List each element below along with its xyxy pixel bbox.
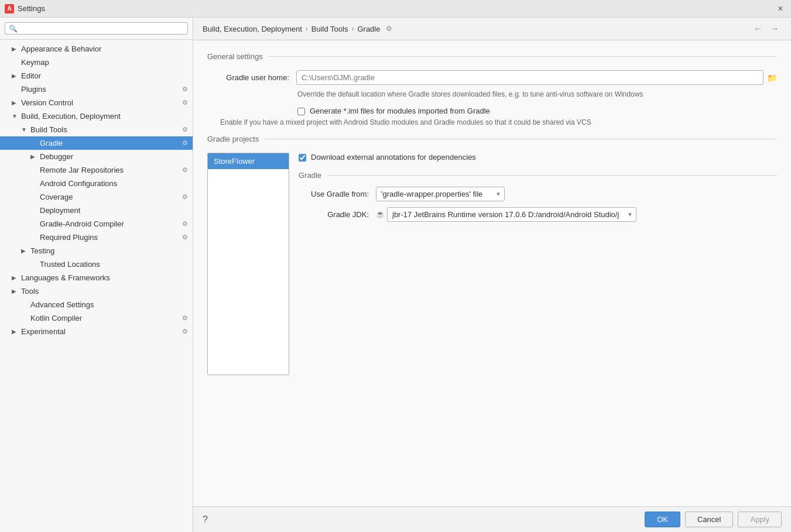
sidebar-item-appearance[interactable]: ▶ Appearance & Behavior — [0, 42, 193, 56]
main-container: 🔍 ▶ Appearance & Behavior Keymap ▶ Edito… — [0, 18, 791, 532]
project-list: StoreFlower — [207, 153, 289, 375]
sidebar-item-testing[interactable]: ▶ Testing — [0, 244, 193, 258]
settings-icon: ⚙ — [182, 166, 188, 174]
sidebar-item-plugins[interactable]: Plugins ⚙ — [0, 83, 193, 96]
action-buttons: OK Cancel Apply — [645, 512, 782, 527]
gradle-user-home-input[interactable] — [296, 70, 763, 85]
sidebar-item-label: Android Configurations — [40, 179, 188, 188]
ok-button[interactable]: OK — [645, 512, 680, 527]
sidebar-item-label: Gradle-Android Compiler — [40, 219, 180, 228]
sidebar-item-deployment[interactable]: Deployment — [0, 204, 193, 217]
use-gradle-from-wrapper: 'gradle-wrapper.properties' file Specifi… — [376, 187, 505, 201]
sidebar-item-keymap[interactable]: Keymap — [0, 56, 193, 69]
sidebar-item-coverage[interactable]: Coverage ⚙ — [0, 190, 193, 204]
arrow-icon: ▶ — [21, 248, 30, 254]
sidebar-item-gradle[interactable]: Gradle ⚙ — [0, 136, 193, 150]
settings-icon: ⚙ — [182, 139, 188, 147]
sidebar-item-label: Plugins — [21, 85, 180, 94]
sidebar-item-build-tools[interactable]: ▼ Build Tools ⚙ — [0, 123, 193, 136]
sidebar-item-label: Languages & Frameworks — [21, 273, 188, 282]
breadcrumb: Build, Execution, Deployment › Build Too… — [193, 18, 791, 40]
sidebar-item-label: Build, Execution, Deployment — [21, 112, 188, 121]
arrow-icon: ▼ — [21, 126, 30, 133]
sidebar-item-android-config[interactable]: Android Configurations — [0, 177, 193, 190]
breadcrumb-item-2: Build Tools — [311, 25, 348, 33]
gradle-project-settings: Download external annotations for depend… — [299, 153, 777, 375]
apply-button[interactable]: Apply — [738, 512, 782, 527]
use-gradle-from-select[interactable]: 'gradle-wrapper.properties' file Specifi… — [376, 187, 505, 201]
sidebar-item-label: Debugger — [40, 152, 188, 161]
gradle-subsection-header: Gradle — [299, 171, 777, 180]
settings-icon: ⚙ — [182, 85, 188, 93]
sidebar-item-label: Build Tools — [30, 125, 180, 134]
download-annotations-checkbox[interactable] — [299, 154, 306, 162]
use-gradle-from-row: Use Gradle from: 'gradle-wrapper.propert… — [299, 187, 777, 201]
gradle-projects-header: Gradle projects — [207, 135, 777, 143]
gradle-user-home-help: Override the default location where Grad… — [297, 90, 777, 99]
nav-forward-button[interactable]: → — [768, 23, 782, 34]
sidebar-item-label: Gradle — [40, 139, 180, 147]
settings-icon: ⚙ — [182, 126, 188, 133]
settings-panel: General settings Gradle user home: 📁 Ove… — [193, 40, 791, 506]
settings-icon: ⚙ — [182, 314, 188, 322]
download-annotations-row: Download external annotations for depend… — [299, 153, 777, 162]
sidebar-item-editor[interactable]: ▶ Editor — [0, 69, 193, 83]
generate-iml-row: Generate *.iml files for modules importe… — [297, 107, 777, 115]
arrow-icon: ▶ — [12, 73, 21, 79]
sidebar-item-tools[interactable]: ▶ Tools — [0, 284, 193, 298]
bottom-bar: ? OK Cancel Apply — [193, 506, 791, 532]
sidebar-item-kotlin[interactable]: Kotlin Compiler ⚙ — [0, 311, 193, 325]
help-button[interactable]: ? — [203, 514, 208, 525]
title-bar-left: A Settings — [5, 4, 45, 13]
sidebar-item-advanced[interactable]: Advanced Settings — [0, 298, 193, 311]
generate-iml-label: Generate *.iml files for modules importe… — [310, 107, 490, 115]
sidebar-item-label: Kotlin Compiler — [30, 314, 180, 322]
project-item-storeflower[interactable]: StoreFlower — [208, 153, 289, 169]
sidebar-item-gradle-android[interactable]: Gradle-Android Compiler ⚙ — [0, 217, 193, 231]
sidebar: 🔍 ▶ Appearance & Behavior Keymap ▶ Edito… — [0, 18, 193, 532]
sidebar-item-label: Testing — [30, 246, 188, 255]
arrow-icon: ▶ — [30, 153, 40, 160]
sidebar-item-version-control[interactable]: ▶ Version Control ⚙ — [0, 96, 193, 109]
folder-browse-button[interactable]: 📁 — [767, 73, 777, 83]
search-input[interactable] — [20, 24, 184, 33]
arrow-icon: ▶ — [12, 288, 21, 294]
settings-icon: ⚙ — [182, 220, 188, 228]
sidebar-item-label: Version Control — [21, 98, 180, 107]
sidebar-item-trusted-locations[interactable]: Trusted Locations — [0, 258, 193, 271]
gradle-jdk-row: Gradle JDK: ☕ jbr-17 JetBrains Runtime v… — [299, 207, 777, 222]
breadcrumb-nav: ← → — [751, 23, 782, 34]
breadcrumb-sep-2: › — [351, 25, 354, 33]
sidebar-item-experimental[interactable]: ▶ Experimental ⚙ — [0, 325, 193, 338]
gradle-user-home-label: Gradle user home: — [207, 73, 289, 82]
sidebar-item-label: Experimental — [21, 327, 180, 336]
gradle-jdk-wrapper: ☕ jbr-17 JetBrains Runtime version 17.0.… — [376, 207, 636, 222]
gradle-user-home-row: Gradle user home: 📁 — [207, 70, 777, 85]
cancel-button[interactable]: Cancel — [685, 512, 733, 527]
sidebar-item-label: Trusted Locations — [40, 260, 188, 269]
content-area: Build, Execution, Deployment › Build Too… — [193, 18, 791, 532]
sidebar-item-required-plugins[interactable]: Required Plugins ⚙ — [0, 231, 193, 244]
sidebar-item-remote-jar[interactable]: Remote Jar Repositories ⚙ — [0, 163, 193, 177]
gradle-jdk-select[interactable]: jbr-17 JetBrains Runtime version 17.0.6 … — [387, 207, 636, 222]
generate-iml-help: Enable if you have a mixed project with … — [220, 118, 777, 128]
title-bar: A Settings × — [0, 0, 791, 18]
nav-back-button[interactable]: ← — [751, 23, 765, 34]
close-button[interactable]: × — [775, 3, 786, 15]
arrow-icon: ▼ — [12, 113, 21, 119]
breadcrumb-item-3: Gradle — [357, 25, 380, 33]
sidebar-item-label: Required Plugins — [40, 233, 180, 242]
sidebar-item-build-execution[interactable]: ▼ Build, Execution, Deployment — [0, 109, 193, 123]
generate-iml-checkbox[interactable] — [297, 108, 305, 115]
search-icon: 🔍 — [9, 25, 18, 33]
settings-icon: ⚙ — [182, 99, 188, 107]
arrow-icon: ▶ — [12, 274, 21, 281]
sidebar-item-debugger[interactable]: ▶ Debugger — [0, 150, 193, 163]
arrow-icon: ▶ — [12, 99, 21, 106]
gradle-projects-container: StoreFlower Download external annotation… — [207, 153, 777, 375]
general-settings-header: General settings — [207, 52, 777, 61]
sidebar-item-languages[interactable]: ▶ Languages & Frameworks — [0, 271, 193, 284]
breadcrumb-item-1: Build, Execution, Deployment — [203, 25, 302, 33]
app-icon: A — [5, 4, 14, 13]
project-name: StoreFlower — [214, 157, 255, 166]
